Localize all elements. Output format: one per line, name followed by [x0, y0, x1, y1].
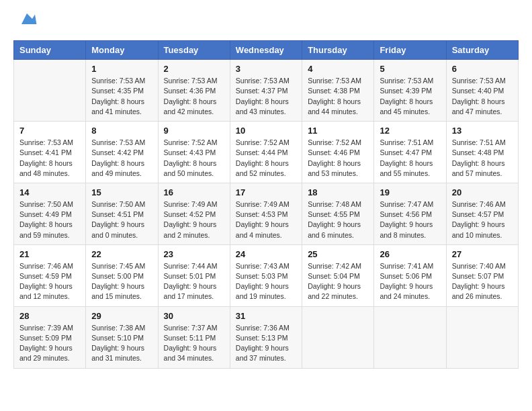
calendar-week-row: 7Sunrise: 7:53 AMSunset: 4:41 PMDaylight…	[14, 122, 519, 183]
day-number: 23	[164, 249, 224, 259]
day-number: 14	[19, 187, 80, 197]
day-number: 1	[91, 64, 152, 74]
day-info: Sunrise: 7:53 AMSunset: 4:42 PMDaylight:…	[91, 138, 152, 179]
calendar-week-row: 1Sunrise: 7:53 AMSunset: 4:35 PMDaylight…	[14, 60, 519, 122]
calendar-cell: 26Sunrise: 7:41 AMSunset: 5:06 PMDayligh…	[374, 244, 446, 306]
svg-marker-0	[21, 13, 36, 24]
day-info: Sunrise: 7:50 AMSunset: 4:51 PMDaylight:…	[91, 199, 152, 240]
day-number: 26	[380, 249, 440, 259]
day-info: Sunrise: 7:45 AMSunset: 5:00 PMDaylight:…	[91, 261, 152, 302]
calendar-cell: 11Sunrise: 7:52 AMSunset: 4:46 PMDayligh…	[302, 122, 374, 183]
day-info: Sunrise: 7:46 AMSunset: 4:59 PMDaylight:…	[19, 261, 80, 302]
calendar-week-row: 14Sunrise: 7:50 AMSunset: 4:49 PMDayligh…	[14, 183, 519, 244]
day-info: Sunrise: 7:47 AMSunset: 4:56 PMDaylight:…	[380, 199, 440, 240]
calendar-cell: 8Sunrise: 7:53 AMSunset: 4:42 PMDaylight…	[86, 122, 158, 183]
day-number: 10	[236, 126, 296, 136]
day-info: Sunrise: 7:46 AMSunset: 4:57 PMDaylight:…	[452, 199, 513, 240]
calendar-cell: 24Sunrise: 7:43 AMSunset: 5:03 PMDayligh…	[230, 244, 302, 306]
calendar-cell: 6Sunrise: 7:53 AMSunset: 4:40 PMDaylight…	[446, 60, 518, 122]
day-number: 21	[19, 249, 80, 259]
calendar-cell: 14Sunrise: 7:50 AMSunset: 4:49 PMDayligh…	[14, 183, 86, 244]
day-info: Sunrise: 7:52 AMSunset: 4:44 PMDaylight:…	[236, 138, 296, 179]
calendar-table: SundayMondayTuesdayWednesdayThursdayFrid…	[13, 40, 519, 368]
day-number: 28	[19, 311, 80, 321]
calendar-cell: 16Sunrise: 7:49 AMSunset: 4:52 PMDayligh…	[158, 183, 230, 244]
day-info: Sunrise: 7:53 AMSunset: 4:35 PMDaylight:…	[91, 76, 152, 117]
day-info: Sunrise: 7:41 AMSunset: 5:06 PMDaylight:…	[380, 261, 440, 302]
day-info: Sunrise: 7:49 AMSunset: 4:52 PMDaylight:…	[164, 199, 224, 240]
day-info: Sunrise: 7:53 AMSunset: 4:39 PMDaylight:…	[380, 76, 440, 117]
calendar-cell: 21Sunrise: 7:46 AMSunset: 4:59 PMDayligh…	[14, 244, 86, 306]
calendar-cell: 31Sunrise: 7:36 AMSunset: 5:13 PMDayligh…	[230, 306, 302, 368]
day-info: Sunrise: 7:51 AMSunset: 4:47 PMDaylight:…	[380, 138, 440, 179]
calendar-cell: 29Sunrise: 7:38 AMSunset: 5:10 PMDayligh…	[86, 306, 158, 368]
calendar-cell: 2Sunrise: 7:53 AMSunset: 4:36 PMDaylight…	[158, 60, 230, 122]
day-number: 31	[236, 311, 296, 321]
weekday-header: Thursday	[302, 41, 374, 60]
day-info: Sunrise: 7:50 AMSunset: 4:49 PMDaylight:…	[19, 199, 80, 240]
weekday-header: Monday	[86, 41, 158, 60]
day-info: Sunrise: 7:39 AMSunset: 5:09 PMDaylight:…	[19, 323, 80, 364]
weekday-header: Tuesday	[158, 41, 230, 60]
day-info: Sunrise: 7:53 AMSunset: 4:37 PMDaylight:…	[236, 76, 296, 117]
day-number: 5	[380, 64, 440, 74]
day-number: 27	[452, 249, 513, 259]
logo	[13, 13, 38, 30]
calendar-cell: 19Sunrise: 7:47 AMSunset: 4:56 PMDayligh…	[374, 183, 446, 244]
weekday-header: Friday	[374, 41, 446, 60]
logo-icon	[16, 8, 38, 30]
weekday-header: Saturday	[446, 41, 518, 60]
day-info: Sunrise: 7:53 AMSunset: 4:36 PMDaylight:…	[164, 76, 224, 117]
day-number: 30	[164, 311, 224, 321]
calendar-cell: 15Sunrise: 7:50 AMSunset: 4:51 PMDayligh…	[86, 183, 158, 244]
day-info: Sunrise: 7:44 AMSunset: 5:01 PMDaylight:…	[164, 261, 224, 302]
calendar-cell: 17Sunrise: 7:49 AMSunset: 4:53 PMDayligh…	[230, 183, 302, 244]
calendar-header-row: SundayMondayTuesdayWednesdayThursdayFrid…	[14, 41, 519, 60]
calendar-cell: 13Sunrise: 7:51 AMSunset: 4:48 PMDayligh…	[446, 122, 518, 183]
day-info: Sunrise: 7:53 AMSunset: 4:41 PMDaylight:…	[19, 138, 80, 179]
day-info: Sunrise: 7:53 AMSunset: 4:38 PMDaylight:…	[308, 76, 368, 117]
day-number: 29	[91, 311, 152, 321]
calendar-cell: 25Sunrise: 7:42 AMSunset: 5:04 PMDayligh…	[302, 244, 374, 306]
day-info: Sunrise: 7:37 AMSunset: 5:11 PMDaylight:…	[164, 323, 224, 364]
weekday-header: Wednesday	[230, 41, 302, 60]
weekday-header: Sunday	[14, 41, 86, 60]
calendar-week-row: 21Sunrise: 7:46 AMSunset: 4:59 PMDayligh…	[14, 244, 519, 306]
calendar-cell	[14, 60, 86, 122]
day-number: 15	[91, 187, 152, 197]
calendar-cell: 18Sunrise: 7:48 AMSunset: 4:55 PMDayligh…	[302, 183, 374, 244]
calendar-cell: 10Sunrise: 7:52 AMSunset: 4:44 PMDayligh…	[230, 122, 302, 183]
day-number: 11	[308, 126, 368, 136]
day-number: 17	[236, 187, 296, 197]
calendar-cell: 1Sunrise: 7:53 AMSunset: 4:35 PMDaylight…	[86, 60, 158, 122]
day-number: 24	[236, 249, 296, 259]
day-info: Sunrise: 7:48 AMSunset: 4:55 PMDaylight:…	[308, 199, 368, 240]
day-number: 19	[380, 187, 440, 197]
day-info: Sunrise: 7:49 AMSunset: 4:53 PMDaylight:…	[236, 199, 296, 240]
calendar-cell: 23Sunrise: 7:44 AMSunset: 5:01 PMDayligh…	[158, 244, 230, 306]
day-info: Sunrise: 7:43 AMSunset: 5:03 PMDaylight:…	[236, 261, 296, 302]
day-info: Sunrise: 7:52 AMSunset: 4:46 PMDaylight:…	[308, 138, 368, 179]
day-number: 12	[380, 126, 440, 136]
day-number: 6	[452, 64, 513, 74]
calendar-cell: 30Sunrise: 7:37 AMSunset: 5:11 PMDayligh…	[158, 306, 230, 368]
day-number: 7	[19, 126, 80, 136]
calendar-cell	[374, 306, 446, 368]
calendar-cell: 28Sunrise: 7:39 AMSunset: 5:09 PMDayligh…	[14, 306, 86, 368]
calendar-cell: 20Sunrise: 7:46 AMSunset: 4:57 PMDayligh…	[446, 183, 518, 244]
calendar-cell: 9Sunrise: 7:52 AMSunset: 4:43 PMDaylight…	[158, 122, 230, 183]
calendar-cell: 7Sunrise: 7:53 AMSunset: 4:41 PMDaylight…	[14, 122, 86, 183]
day-info: Sunrise: 7:53 AMSunset: 4:40 PMDaylight:…	[452, 76, 513, 117]
calendar-cell: 27Sunrise: 7:40 AMSunset: 5:07 PMDayligh…	[446, 244, 518, 306]
calendar-cell: 5Sunrise: 7:53 AMSunset: 4:39 PMDaylight…	[374, 60, 446, 122]
page-header	[13, 13, 519, 30]
calendar-cell	[302, 306, 374, 368]
calendar-cell	[446, 306, 518, 368]
calendar-cell: 22Sunrise: 7:45 AMSunset: 5:00 PMDayligh…	[86, 244, 158, 306]
day-info: Sunrise: 7:51 AMSunset: 4:48 PMDaylight:…	[452, 138, 513, 179]
day-number: 18	[308, 187, 368, 197]
calendar-week-row: 28Sunrise: 7:39 AMSunset: 5:09 PMDayligh…	[14, 306, 519, 368]
day-number: 4	[308, 64, 368, 74]
calendar-cell: 4Sunrise: 7:53 AMSunset: 4:38 PMDaylight…	[302, 60, 374, 122]
day-number: 20	[452, 187, 513, 197]
